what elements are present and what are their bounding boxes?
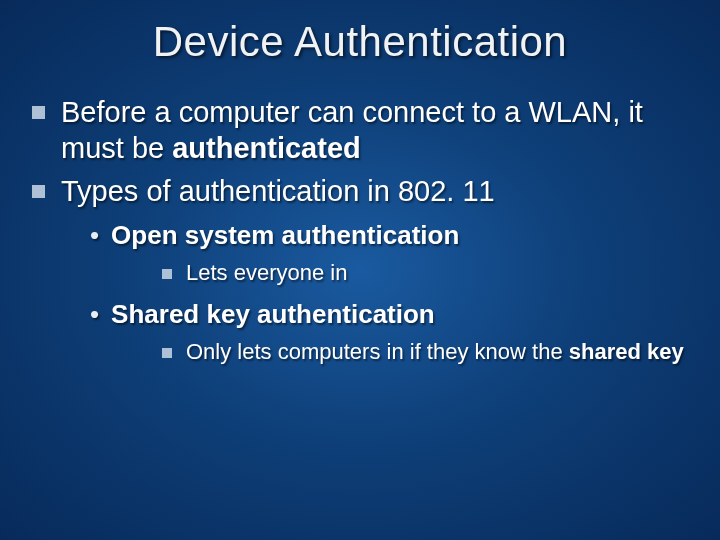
- slide-title: Device Authentication: [28, 18, 692, 66]
- subsub-bullet-2: Only lets computers in if they know the …: [162, 338, 692, 367]
- sub-bullet-1-text: Open system authentication: [111, 219, 459, 252]
- square-bullet-icon: [162, 348, 172, 358]
- square-bullet-icon: [162, 269, 172, 279]
- dot-bullet-icon: •: [90, 219, 99, 252]
- sub-bullet-2: • Shared key authentication: [90, 298, 692, 331]
- bullet-2: Types of authentication in 802. 11: [32, 173, 692, 209]
- subsub-2-bold: shared key: [569, 339, 684, 364]
- sub-bullet-2-text: Shared key authentication: [111, 298, 435, 331]
- subsub-bullet-1-text: Lets everyone in: [186, 259, 347, 288]
- bullet-1: Before a computer can connect to a WLAN,…: [32, 94, 692, 167]
- sub-bullet-1: • Open system authentication: [90, 219, 692, 252]
- square-bullet-icon: [32, 185, 45, 198]
- square-bullet-icon: [32, 106, 45, 119]
- subsub-bullet-1: Lets everyone in: [162, 259, 692, 288]
- bullet-2-text: Types of authentication in 802. 11: [61, 173, 495, 209]
- subsub-bullet-2-text: Only lets computers in if they know the …: [186, 338, 684, 367]
- dot-bullet-icon: •: [90, 298, 99, 331]
- subsub-2-pre: Only lets computers in if they know the: [186, 339, 569, 364]
- slide: Device Authentication Before a computer …: [0, 0, 720, 540]
- bullet-1-text: Before a computer can connect to a WLAN,…: [61, 94, 692, 167]
- bullet-1-bold: authenticated: [172, 132, 361, 164]
